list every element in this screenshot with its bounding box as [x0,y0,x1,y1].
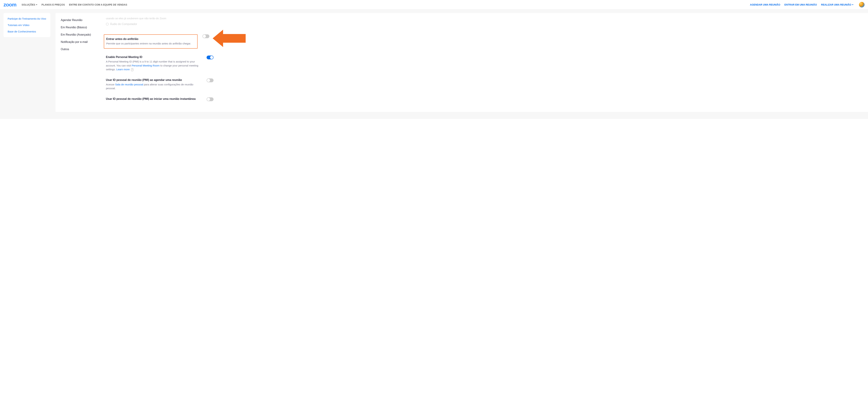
highlight-box: Entrar antes do anfitrião Permite que os… [104,34,197,49]
nav-host-meeting[interactable]: REALIZAR UMA REUNIÃO [821,3,854,6]
chevron-down-icon [36,4,37,5]
nav-host-label: REALIZAR UMA REUNIÃO [821,3,851,6]
nav-pricing[interactable]: PLANOS E PREÇOS [41,3,65,6]
toggle-knob [207,79,210,82]
toggle-use-pmi-schedule[interactable] [207,79,214,82]
help-sidebar: Participe do Treinamento Ao Vivo Tutoria… [3,13,50,37]
chevron-down-icon [852,4,854,5]
setting-desc: Acesse Sala de reunião pessoal para alte… [106,83,199,90]
setting-title: Usar ID pessoal de reunião (PMI) ao inic… [106,97,199,100]
setting-desc: Permite que os participantes entrem na r… [106,42,195,45]
top-header: zoom SOLUÇÕES PLANOS E PREÇOS ENTRE EM C… [0,0,868,9]
desc-text: Acesse [106,83,115,86]
sidebar-training-link[interactable]: Participe do Treinamento Ao Vivo [8,17,46,20]
settings-list: usando se eles já souberem que não terão… [106,17,861,105]
nav-solutions[interactable]: SOLUÇÕES [22,3,37,6]
page-body: Participe do Treinamento Ao Vivo Tutoria… [0,9,868,119]
nav-schedule-meeting[interactable]: AGENDAR UMA REUNIÃO [750,3,780,6]
info-icon: ? [131,68,133,71]
toggle-join-before-host[interactable] [203,34,209,38]
learn-more-link[interactable]: Learn more [116,68,130,71]
faded-radio-row: Áudio do Computador [106,23,861,26]
nav-right: AGENDAR UMA REUNIÃO ENTRAR EM UMA REUNIÃ… [750,2,865,7]
sidebar-kb-link[interactable]: Base de Conhecimentos [8,30,46,33]
settings-subnav: Agendar Reunião Em Reunião (Básico) Em R… [61,17,99,105]
sidebar-videos-link[interactable]: Tutoriais em Vídeo [8,24,46,27]
toggle-knob [210,56,213,59]
subnav-schedule[interactable]: Agendar Reunião [61,17,99,24]
subnav-email-notification[interactable]: Notificação por e-mail [61,38,99,45]
toggle-enable-pmi[interactable] [207,56,214,59]
radio-icon [106,23,109,26]
settings-panel: Agendar Reunião Em Reunião (Básico) Em R… [56,13,868,112]
nav-contact-sales[interactable]: ENTRE EM CONTATO COM A EQUIPE DE VENDAS [69,3,127,6]
toggle-knob [203,35,206,38]
setting-desc: A Personal Meeting ID (PMI) is a 9 to 11… [106,60,199,71]
toggle-knob [207,98,210,101]
setting-use-pmi-instant: Usar ID pessoal de reunião (PMI) ao inic… [106,94,861,105]
setting-join-before-host: Entrar antes do anfitrião Permite que os… [106,31,861,52]
setting-title: Enable Personal Meeting ID [106,56,199,59]
toggle-use-pmi-instant[interactable] [207,97,214,101]
nav-left: SOLUÇÕES PLANOS E PREÇOS ENTRE EM CONTAT… [22,3,127,6]
setting-title: Entrar antes do anfitrião [106,37,195,41]
setting-title: Usar ID pessoal de reunião (PMI) ao agen… [106,79,199,82]
personal-meeting-room-link[interactable]: Personal Meeting Room [132,64,159,67]
faded-radio-label: Áudio do Computador [110,23,137,26]
setting-use-pmi-schedule: Usar ID pessoal de reunião (PMI) ao agen… [106,75,861,94]
zoom-logo[interactable]: zoom [3,2,16,8]
subnav-others[interactable]: Outros [61,45,99,53]
setting-enable-pmi: Enable Personal Meeting ID A Personal Me… [106,52,861,75]
personal-room-link[interactable]: Sala de reunião pessoal [115,83,143,86]
nav-solutions-label: SOLUÇÕES [22,3,35,6]
faded-prev-setting: usando se eles já souberem que não terão… [106,17,861,21]
subnav-in-meeting-basic[interactable]: Em Reunião (Básico) [61,24,99,31]
subnav-in-meeting-advanced[interactable]: Em Reunião (Avançado) [61,31,99,38]
nav-join-meeting[interactable]: ENTRAR EM UMA REUNIÃO [784,3,817,6]
avatar[interactable] [859,2,865,7]
